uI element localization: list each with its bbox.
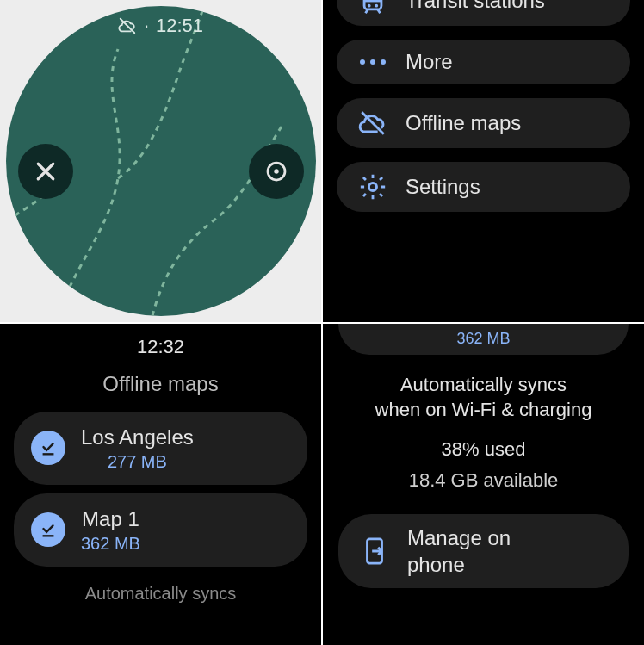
- svg-point-1: [274, 169, 279, 174]
- sync-message: Automatically syncs when on Wi-Fi & char…: [323, 355, 644, 428]
- downloaded-badge: [31, 431, 65, 465]
- menu-item-label: Offline maps: [406, 111, 521, 135]
- transit-icon: [356, 0, 390, 16]
- fragment-size: 362 MB: [456, 330, 510, 348]
- manage-on-phone-button[interactable]: Manage on phone: [338, 514, 629, 588]
- menu-item-transit-stations[interactable]: Transit stations: [337, 0, 630, 26]
- cloud-off-icon: [356, 109, 390, 138]
- menu-item-label: Transit stations: [406, 0, 545, 13]
- status-time: 12:32: [0, 324, 321, 358]
- locate-button[interactable]: [249, 144, 304, 199]
- dot-separator: ·: [144, 15, 149, 37]
- offline-maps-panel: 12:32 Offline maps Los Angeles 277 MB Ma…: [0, 324, 321, 646]
- svg-point-9: [368, 183, 376, 190]
- storage-panel: 362 MB Automatically syncs when on Wi-Fi…: [323, 324, 644, 646]
- download-check-icon: [39, 438, 58, 457]
- manage-label-1: Manage on: [407, 524, 511, 551]
- svg-point-4: [368, 4, 371, 8]
- menu-panel: Transit stations More Offline maps Setti…: [323, 0, 644, 322]
- gear-icon: [356, 172, 390, 202]
- menu-item-more[interactable]: More: [337, 40, 630, 84]
- menu-item-settings[interactable]: Settings: [337, 162, 630, 212]
- locate-icon: [263, 158, 289, 184]
- map-name: Map 1: [81, 505, 140, 532]
- phone-arrow-icon: [357, 536, 392, 566]
- close-icon: [33, 158, 59, 184]
- more-icon: [356, 59, 390, 65]
- menu-item-label: Settings: [406, 175, 480, 199]
- cloud-off-icon: [118, 16, 137, 35]
- status-bar: · 12:51: [6, 15, 316, 37]
- menu-item-label: More: [406, 50, 453, 74]
- prev-item-fragment: 362 MB: [338, 324, 629, 355]
- map-size: 362 MB: [81, 532, 140, 555]
- status-time: 12:51: [156, 15, 203, 37]
- watch-map-panel: · 12:51: [0, 0, 321, 322]
- storage-available: 18.4 GB available: [323, 461, 644, 492]
- download-check-icon: [39, 520, 58, 539]
- svg-point-5: [375, 4, 378, 8]
- close-button[interactable]: [18, 144, 73, 199]
- downloaded-badge: [31, 512, 65, 547]
- storage-used: 38% used: [323, 428, 644, 461]
- offline-map-item[interactable]: Map 1 362 MB: [14, 493, 307, 567]
- sync-caption: Automatically syncs: [0, 575, 321, 604]
- watch-face: · 12:51: [6, 6, 316, 316]
- map-name: Los Angeles: [81, 424, 194, 450]
- page-title: Offline maps: [0, 358, 321, 403]
- menu-item-offline-maps[interactable]: Offline maps: [337, 98, 630, 148]
- manage-label-2: phone: [407, 551, 511, 578]
- map-size: 277 MB: [81, 450, 194, 473]
- offline-map-item[interactable]: Los Angeles 277 MB: [14, 412, 307, 485]
